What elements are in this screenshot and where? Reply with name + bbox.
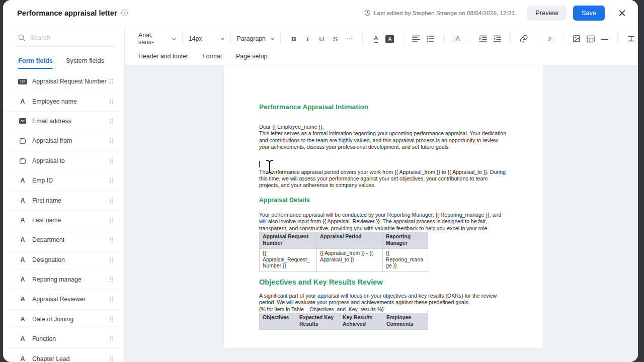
tab-form-fields[interactable]: Form fields: [18, 57, 53, 69]
field-item-appraisal-request-number[interactable]: 123 Appraisal Request Number: [3, 72, 124, 92]
font-size-dropdown[interactable]: 14px: [189, 35, 224, 42]
drag-handle-icon[interactable]: [109, 296, 113, 302]
insert-image-icon[interactable]: [570, 32, 584, 46]
drag-handle-icon[interactable]: [109, 78, 113, 84]
more-formatting-icon[interactable]: ⋯: [343, 32, 357, 46]
page-break-icon[interactable]: [624, 32, 638, 46]
drag-handle-icon[interactable]: [109, 257, 113, 263]
document-page[interactable]: Performance Appraisal Intimation Dear {{…: [224, 65, 543, 348]
search-box[interactable]: [14, 26, 114, 47]
underline-button[interactable]: U: [314, 32, 329, 46]
drag-handle-icon[interactable]: [109, 217, 113, 223]
editor-toolbar: Arial, sans- 14px Paragraph B I U S: [125, 26, 638, 65]
link-icon[interactable]: [517, 32, 531, 46]
menu-format[interactable]: Format: [202, 53, 222, 60]
text-caret: [259, 161, 260, 167]
text-field-icon: A: [18, 335, 27, 342]
text-field-icon: A: [18, 177, 27, 184]
formula-icon[interactable]: Σ: [543, 32, 557, 46]
okr-table[interactable]: Objectives Expected Key Results Key Resu…: [259, 313, 428, 330]
table-row: {{ Appraisal_Request_Number }} {{ Apprai…: [260, 249, 428, 272]
form-fields-list: 123 Appraisal Request Number A Employee …: [3, 72, 124, 362]
doc-paragraph-okr: A significant part of your appraisal wil…: [259, 293, 508, 306]
paragraph-style-dropdown[interactable]: Paragraph: [237, 35, 274, 42]
highlight-color-button[interactable]: A: [383, 32, 397, 46]
insert-table-icon[interactable]: [584, 32, 598, 46]
field-item-chapter-lead[interactable]: A Chapter Lead: [3, 349, 124, 362]
field-item-appraisal-from[interactable]: Appraisal from: [3, 131, 124, 151]
fields-sidebar: Form fields System fields 123 Appraisal …: [3, 26, 125, 362]
field-item-appraisal-to[interactable]: Appraisal to: [3, 151, 124, 171]
field-item-emp-id[interactable]: A Emp ID: [3, 171, 124, 191]
field-item-reporing-manage[interactable]: A Reporing manage: [3, 270, 124, 290]
text-field-icon: A: [18, 296, 27, 303]
search-icon: [18, 34, 25, 41]
drag-handle-icon[interactable]: [109, 277, 113, 283]
field-item-department[interactable]: A Department: [3, 230, 124, 250]
page-title: Performance appraisal letter: [17, 9, 117, 17]
field-item-date-of-joining[interactable]: A Date of Joining: [3, 310, 124, 329]
doc-paragraph-period: The performance appraisal period covers …: [259, 169, 508, 189]
menu-header-footer[interactable]: Header and footer: [138, 53, 188, 60]
italic-button[interactable]: I: [301, 32, 315, 46]
horizontal-rule-icon[interactable]: —: [598, 32, 612, 46]
document-canvas: Performance Appraisal Intimation Dear {{…: [125, 65, 638, 362]
calendar-icon: [18, 158, 27, 164]
text-field-icon: A: [18, 316, 27, 323]
sidebar-tabs: Form fields System fields: [3, 47, 124, 69]
appraisal-details-table[interactable]: Appraisal Request Number Appraisal Perio…: [259, 232, 428, 272]
text-field-icon: A: [18, 98, 27, 105]
field-item-email-address[interactable]: Email address: [3, 112, 124, 131]
strikethrough-button[interactable]: S: [329, 32, 343, 46]
calendar-icon: [18, 138, 27, 144]
clock-icon: [364, 10, 371, 16]
save-button[interactable]: Save: [573, 6, 605, 21]
indent-decrease-icon[interactable]: [490, 32, 504, 46]
last-edited-status: Last edited by Stephen Strange on 08/04/…: [364, 10, 516, 17]
drag-handle-icon[interactable]: [109, 138, 113, 144]
field-item-employee-name[interactable]: A Employee name: [3, 92, 124, 111]
drag-handle-icon[interactable]: [109, 118, 113, 124]
table-cell: {{ Reporing_manage }}: [383, 249, 428, 272]
field-item-first-name[interactable]: A First name: [3, 191, 124, 210]
tab-system-fields[interactable]: System fields: [66, 57, 104, 69]
text-field-icon: A: [18, 217, 27, 224]
drag-handle-icon[interactable]: [109, 356, 113, 362]
font-family-dropdown[interactable]: Arial, sans-: [138, 32, 176, 46]
email-icon: [18, 118, 27, 124]
drag-handle-icon[interactable]: [109, 99, 113, 105]
field-item-appraisal-reviewer[interactable]: A Appraisal Reviewer: [3, 290, 124, 309]
table-header-cell: Employee Comments: [383, 313, 428, 330]
text-field-icon: A: [18, 197, 27, 204]
field-item-designation[interactable]: A Designation: [3, 250, 124, 270]
text-caret-line[interactable]: [259, 161, 508, 168]
top-bar: Performance appraisal letter i Last edit…: [3, 0, 638, 26]
field-item-last-name[interactable]: A Last name: [3, 211, 124, 230]
doc-loop-tag: {% for item in Table__Objectives_and_Key…: [259, 306, 508, 313]
drag-handle-icon[interactable]: [109, 316, 113, 322]
font-color-button[interactable]: A: [369, 32, 383, 46]
text-field-icon: A: [18, 236, 27, 243]
chevron-down-icon: [220, 38, 224, 40]
menu-page-setup[interactable]: Page setup: [236, 53, 267, 60]
drag-handle-icon[interactable]: [109, 198, 113, 204]
indent-increase-icon[interactable]: [476, 32, 491, 46]
close-icon[interactable]: [618, 9, 627, 18]
search-input[interactable]: [30, 34, 101, 41]
line-spacing-icon[interactable]: A: [450, 32, 464, 46]
text-field-icon: A: [18, 256, 27, 263]
list-icon[interactable]: [423, 32, 437, 46]
drag-handle-icon[interactable]: [109, 336, 113, 342]
doc-paragraph-conducted-by: Your performance appraisal will be condu…: [259, 212, 508, 232]
bold-button[interactable]: B: [287, 32, 301, 46]
drag-handle-icon[interactable]: [109, 237, 113, 243]
table-header-cell: Appraisal Request Number: [260, 232, 317, 249]
field-item-function[interactable]: A Function: [3, 329, 124, 349]
drag-handle-icon[interactable]: [109, 158, 113, 164]
preview-button[interactable]: Preview: [527, 6, 567, 21]
align-left-icon[interactable]: [410, 32, 424, 46]
drag-handle-icon[interactable]: [109, 177, 113, 184]
table-cell: {{ Appraisal_from }} - {{ Appraisal_to }…: [317, 249, 383, 272]
table-header-cell: Expected Key Results: [296, 313, 340, 330]
info-icon[interactable]: i: [121, 10, 128, 16]
